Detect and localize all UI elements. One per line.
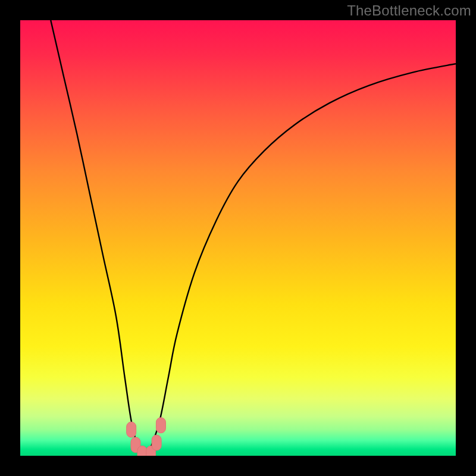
highlight-marker xyxy=(127,422,136,437)
plot-area xyxy=(20,20,456,456)
curve-layer xyxy=(20,20,456,456)
highlight-marker xyxy=(156,418,165,433)
highlight-marker xyxy=(152,435,161,450)
bottleneck-curve xyxy=(51,20,456,456)
chart-frame: TheBottleneck.com xyxy=(0,0,476,476)
watermark-text: TheBottleneck.com xyxy=(347,2,471,19)
highlight-marker xyxy=(137,446,147,456)
